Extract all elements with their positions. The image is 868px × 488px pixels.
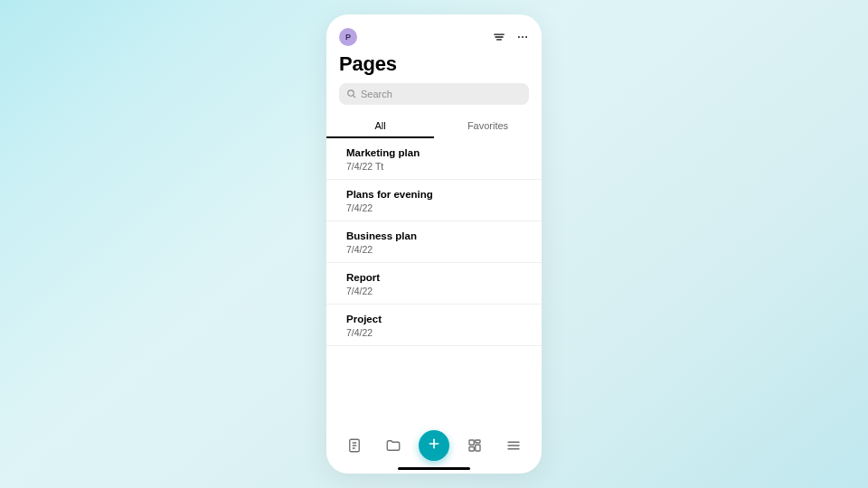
list-item-sub: 7/4/22 bbox=[346, 202, 527, 213]
search-icon bbox=[346, 89, 356, 100]
avatar-letter: P bbox=[345, 33, 351, 42]
list-item-sub: 7/4/22 bbox=[346, 244, 527, 255]
search-placeholder: Search bbox=[361, 89, 392, 99]
list-item[interactable]: Plans for evening 7/4/22 bbox=[326, 180, 542, 221]
list-item-title: Business plan bbox=[346, 229, 527, 243]
nav-folder-icon[interactable] bbox=[381, 433, 406, 458]
nav-pages-icon[interactable] bbox=[342, 433, 367, 458]
header-row: P bbox=[339, 27, 529, 47]
plus-icon bbox=[427, 436, 441, 455]
more-icon[interactable] bbox=[516, 31, 529, 43]
svg-rect-16 bbox=[476, 445, 480, 451]
tab-all[interactable]: All bbox=[326, 114, 434, 138]
list-item-title: Report bbox=[346, 270, 527, 285]
header-actions bbox=[493, 31, 529, 43]
svg-rect-14 bbox=[469, 440, 474, 445]
page-title: Pages bbox=[339, 52, 529, 76]
svg-line-7 bbox=[353, 95, 354, 97]
list-item-sub: 7/4/22 bbox=[346, 327, 527, 338]
bottom-nav bbox=[326, 423, 542, 474]
svg-rect-15 bbox=[476, 440, 480, 443]
svg-point-4 bbox=[522, 36, 524, 38]
avatar[interactable]: P bbox=[339, 28, 357, 46]
add-button[interactable] bbox=[419, 430, 449, 461]
list-item[interactable]: Report 7/4/22 bbox=[326, 263, 542, 305]
list-item-sub: 7/4/22 bbox=[346, 286, 527, 296]
list-item[interactable]: Project 7/4/22 bbox=[326, 305, 542, 346]
nav-dashboard-icon[interactable] bbox=[462, 433, 487, 458]
header: P Pages bbox=[326, 14, 542, 76]
nav-menu-icon[interactable] bbox=[501, 433, 526, 458]
tab-favorites[interactable]: Favorites bbox=[434, 114, 542, 138]
list-item-title: Project bbox=[346, 312, 527, 326]
search-input[interactable]: Search bbox=[339, 83, 529, 105]
svg-point-3 bbox=[518, 36, 520, 38]
pages-list[interactable]: Marketing plan 7/4/22 Tt Plans for eveni… bbox=[326, 138, 542, 423]
list-item[interactable]: Business plan 7/4/22 bbox=[326, 221, 542, 263]
tabs: All Favorites bbox=[326, 114, 542, 138]
list-item-title: Plans for evening bbox=[346, 187, 527, 202]
list-item-title: Marketing plan bbox=[346, 145, 527, 160]
home-indicator bbox=[398, 467, 470, 470]
filter-lines-icon[interactable] bbox=[493, 31, 505, 43]
list-item[interactable]: Marketing plan 7/4/22 Tt bbox=[326, 138, 542, 180]
svg-rect-17 bbox=[469, 447, 474, 452]
list-item-sub: 7/4/22 Tt bbox=[346, 161, 527, 172]
phone-frame: P Pages Search bbox=[326, 14, 542, 474]
svg-point-5 bbox=[525, 36, 527, 38]
